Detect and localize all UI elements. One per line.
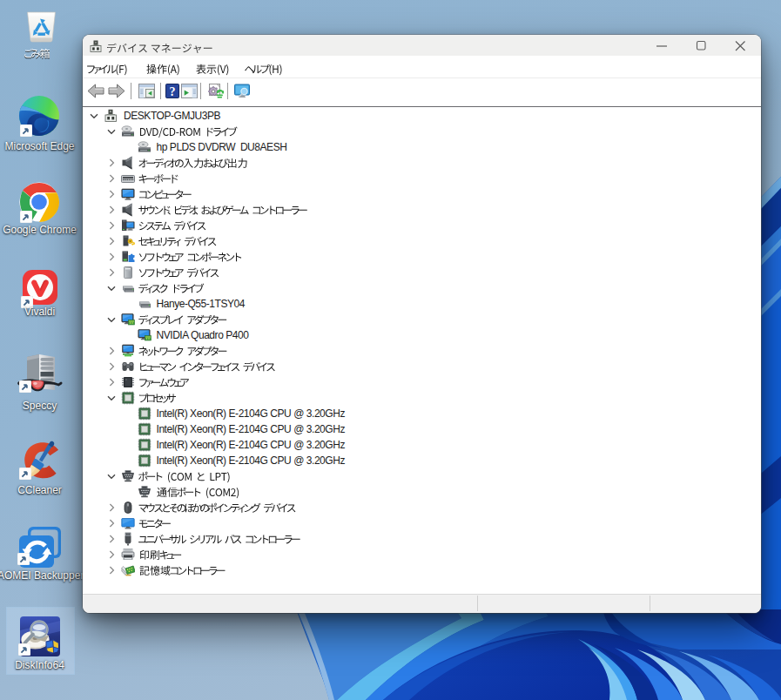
- svg-text:?: ?: [170, 85, 176, 98]
